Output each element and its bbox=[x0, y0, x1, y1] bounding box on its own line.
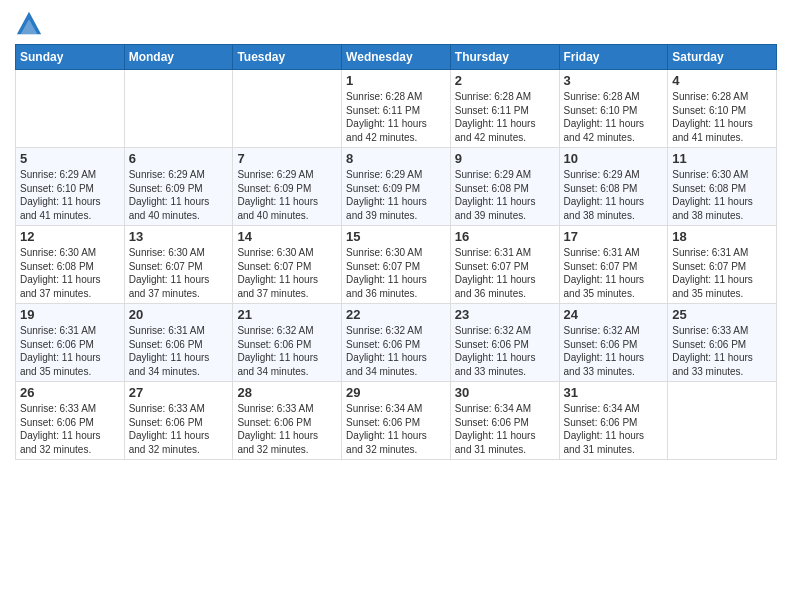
cell-line: Sunset: 6:06 PM bbox=[564, 416, 664, 430]
cell-line: Sunset: 6:11 PM bbox=[346, 104, 446, 118]
calendar-cell: 18Sunrise: 6:31 AMSunset: 6:07 PMDayligh… bbox=[668, 226, 777, 304]
cell-line: Sunrise: 6:28 AM bbox=[346, 90, 446, 104]
cell-line: Sunset: 6:11 PM bbox=[455, 104, 555, 118]
cell-line: Sunset: 6:10 PM bbox=[672, 104, 772, 118]
cell-line: Daylight: 11 hours bbox=[455, 351, 555, 365]
cell-line: and 36 minutes. bbox=[455, 287, 555, 301]
cell-line: and 35 minutes. bbox=[20, 365, 120, 379]
cell-line: and 33 minutes. bbox=[455, 365, 555, 379]
cell-line: Sunset: 6:08 PM bbox=[564, 182, 664, 196]
cell-line: Daylight: 11 hours bbox=[20, 195, 120, 209]
day-number: 11 bbox=[672, 151, 772, 166]
day-number: 19 bbox=[20, 307, 120, 322]
cell-line: Sunset: 6:08 PM bbox=[20, 260, 120, 274]
cell-line: Sunrise: 6:29 AM bbox=[129, 168, 229, 182]
cell-line: Daylight: 11 hours bbox=[672, 351, 772, 365]
cell-line: Sunrise: 6:29 AM bbox=[346, 168, 446, 182]
calendar-cell: 16Sunrise: 6:31 AMSunset: 6:07 PMDayligh… bbox=[450, 226, 559, 304]
calendar-week-0: 1Sunrise: 6:28 AMSunset: 6:11 PMDaylight… bbox=[16, 70, 777, 148]
cell-line: Daylight: 11 hours bbox=[564, 351, 664, 365]
cell-line: and 38 minutes. bbox=[564, 209, 664, 223]
cell-line: Sunrise: 6:31 AM bbox=[672, 246, 772, 260]
cell-line: Sunrise: 6:34 AM bbox=[455, 402, 555, 416]
cell-line: and 31 minutes. bbox=[564, 443, 664, 457]
day-number: 14 bbox=[237, 229, 337, 244]
calendar-cell: 25Sunrise: 6:33 AMSunset: 6:06 PMDayligh… bbox=[668, 304, 777, 382]
cell-line: and 32 minutes. bbox=[346, 443, 446, 457]
cell-line: and 35 minutes. bbox=[672, 287, 772, 301]
calendar-cell: 19Sunrise: 6:31 AMSunset: 6:06 PMDayligh… bbox=[16, 304, 125, 382]
cell-line: and 34 minutes. bbox=[237, 365, 337, 379]
cell-line: and 31 minutes. bbox=[455, 443, 555, 457]
logo-icon bbox=[15, 10, 43, 38]
calendar-cell bbox=[668, 382, 777, 460]
cell-line: Sunrise: 6:33 AM bbox=[20, 402, 120, 416]
cell-line: Sunset: 6:06 PM bbox=[455, 416, 555, 430]
cell-line: Daylight: 11 hours bbox=[129, 195, 229, 209]
day-number: 3 bbox=[564, 73, 664, 88]
cell-line: Sunset: 6:09 PM bbox=[346, 182, 446, 196]
cell-line: Daylight: 11 hours bbox=[20, 429, 120, 443]
calendar-cell: 3Sunrise: 6:28 AMSunset: 6:10 PMDaylight… bbox=[559, 70, 668, 148]
calendar-cell: 31Sunrise: 6:34 AMSunset: 6:06 PMDayligh… bbox=[559, 382, 668, 460]
cell-line: Sunrise: 6:29 AM bbox=[237, 168, 337, 182]
cell-line: Sunset: 6:06 PM bbox=[237, 416, 337, 430]
cell-line: Sunrise: 6:29 AM bbox=[564, 168, 664, 182]
cell-line: Daylight: 11 hours bbox=[346, 195, 446, 209]
cell-line: Sunrise: 6:34 AM bbox=[346, 402, 446, 416]
calendar-cell: 20Sunrise: 6:31 AMSunset: 6:06 PMDayligh… bbox=[124, 304, 233, 382]
cell-line: Sunset: 6:06 PM bbox=[346, 416, 446, 430]
cell-line: Sunrise: 6:33 AM bbox=[672, 324, 772, 338]
cell-line: Sunset: 6:06 PM bbox=[20, 416, 120, 430]
calendar-cell: 23Sunrise: 6:32 AMSunset: 6:06 PMDayligh… bbox=[450, 304, 559, 382]
cell-line: Sunrise: 6:30 AM bbox=[346, 246, 446, 260]
day-number: 1 bbox=[346, 73, 446, 88]
calendar-cell: 2Sunrise: 6:28 AMSunset: 6:11 PMDaylight… bbox=[450, 70, 559, 148]
calendar-cell: 10Sunrise: 6:29 AMSunset: 6:08 PMDayligh… bbox=[559, 148, 668, 226]
cell-line: Sunrise: 6:32 AM bbox=[455, 324, 555, 338]
cell-line: Sunset: 6:10 PM bbox=[20, 182, 120, 196]
cell-line: Daylight: 11 hours bbox=[129, 273, 229, 287]
cell-line: Sunrise: 6:28 AM bbox=[455, 90, 555, 104]
day-number: 28 bbox=[237, 385, 337, 400]
cell-line: Daylight: 11 hours bbox=[20, 273, 120, 287]
cell-line: Sunrise: 6:33 AM bbox=[237, 402, 337, 416]
cell-line: Sunrise: 6:31 AM bbox=[564, 246, 664, 260]
cell-line: and 41 minutes. bbox=[20, 209, 120, 223]
calendar-cell: 21Sunrise: 6:32 AMSunset: 6:06 PMDayligh… bbox=[233, 304, 342, 382]
cell-line: Daylight: 11 hours bbox=[237, 351, 337, 365]
cell-line: and 41 minutes. bbox=[672, 131, 772, 145]
cell-line: Sunrise: 6:33 AM bbox=[129, 402, 229, 416]
cell-line: and 34 minutes. bbox=[129, 365, 229, 379]
cell-line: Sunset: 6:08 PM bbox=[455, 182, 555, 196]
cell-line: and 33 minutes. bbox=[564, 365, 664, 379]
cell-line: and 32 minutes. bbox=[129, 443, 229, 457]
cell-line: Sunset: 6:06 PM bbox=[20, 338, 120, 352]
calendar-cell: 17Sunrise: 6:31 AMSunset: 6:07 PMDayligh… bbox=[559, 226, 668, 304]
cell-line: Daylight: 11 hours bbox=[129, 429, 229, 443]
calendar-cell: 11Sunrise: 6:30 AMSunset: 6:08 PMDayligh… bbox=[668, 148, 777, 226]
cell-line: and 38 minutes. bbox=[672, 209, 772, 223]
day-number: 15 bbox=[346, 229, 446, 244]
calendar-cell: 14Sunrise: 6:30 AMSunset: 6:07 PMDayligh… bbox=[233, 226, 342, 304]
cell-line: Daylight: 11 hours bbox=[564, 429, 664, 443]
cell-line: Daylight: 11 hours bbox=[237, 195, 337, 209]
cell-line: Sunset: 6:07 PM bbox=[346, 260, 446, 274]
cell-line: and 42 minutes. bbox=[455, 131, 555, 145]
cell-line: Sunset: 6:06 PM bbox=[237, 338, 337, 352]
calendar-header-sunday: Sunday bbox=[16, 45, 125, 70]
cell-line: Sunrise: 6:29 AM bbox=[20, 168, 120, 182]
cell-line: Daylight: 11 hours bbox=[672, 117, 772, 131]
calendar-header-saturday: Saturday bbox=[668, 45, 777, 70]
cell-line: Daylight: 11 hours bbox=[455, 429, 555, 443]
cell-line: Sunrise: 6:31 AM bbox=[20, 324, 120, 338]
calendar-cell: 29Sunrise: 6:34 AMSunset: 6:06 PMDayligh… bbox=[342, 382, 451, 460]
cell-line: Sunset: 6:10 PM bbox=[564, 104, 664, 118]
calendar-cell: 26Sunrise: 6:33 AMSunset: 6:06 PMDayligh… bbox=[16, 382, 125, 460]
cell-line: Sunset: 6:07 PM bbox=[237, 260, 337, 274]
cell-line: Sunset: 6:06 PM bbox=[564, 338, 664, 352]
cell-line: Daylight: 11 hours bbox=[346, 117, 446, 131]
cell-line: Daylight: 11 hours bbox=[672, 273, 772, 287]
cell-line: Sunrise: 6:32 AM bbox=[237, 324, 337, 338]
cell-line: and 35 minutes. bbox=[564, 287, 664, 301]
